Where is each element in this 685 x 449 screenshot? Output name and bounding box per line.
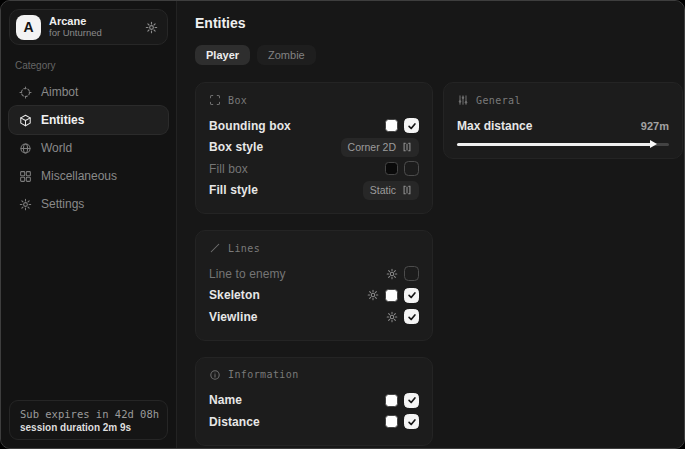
setting-row-line-to-enemy: Line to enemy [209, 263, 419, 285]
setting-label: Distance [209, 415, 260, 429]
sidebar-item-miscellaneous[interactable]: Miscellaneous [9, 162, 168, 190]
setting-label: Bounding box [209, 119, 291, 133]
app-logo: A [16, 15, 41, 40]
sidebar-item-label: Entities [41, 113, 84, 127]
section-title: General [476, 95, 521, 106]
page-title: Entities [195, 15, 683, 31]
checkbox[interactable] [404, 288, 419, 303]
sidebar-item-entities[interactable]: Entities [9, 106, 168, 134]
logo-card: A Arcane for Unturned [9, 9, 168, 45]
color-swatch[interactable] [385, 119, 398, 132]
dropdown-value: Corner 2D [348, 141, 396, 153]
checkbox[interactable] [404, 309, 419, 324]
main-panel: Entities Player Zombie [177, 1, 685, 448]
checkbox[interactable] [404, 414, 419, 429]
color-swatch[interactable] [385, 415, 398, 428]
sidebar-item-world[interactable]: World [9, 134, 168, 162]
grid-icon [19, 170, 32, 183]
tab-zombie[interactable]: Zombie [257, 45, 316, 65]
fill-style-dropdown[interactable]: Static [363, 181, 419, 200]
lines-section-card: Lines Line to enemy [195, 230, 433, 341]
tab-player[interactable]: Player [195, 45, 250, 65]
tab-label: Zombie [268, 49, 305, 61]
crosshair-icon [19, 86, 32, 99]
setting-label: Box style [209, 140, 263, 154]
unfold-icon [402, 142, 412, 152]
box-corners-icon [209, 94, 221, 106]
setting-row-distance: Distance [209, 411, 419, 433]
setting-row-fill-box: Fill box [209, 158, 419, 180]
gear-icon [19, 198, 32, 211]
dropdown-value: Static [370, 184, 396, 196]
app-window: A Arcane for Unturned Category Aimbot [0, 0, 685, 449]
checkbox[interactable] [404, 393, 419, 408]
setting-row-name: Name [209, 390, 419, 412]
app-subtitle: for Unturned [49, 28, 102, 39]
setting-row-bounding-box: Bounding box [209, 115, 419, 137]
setting-label: Line to enemy [209, 267, 286, 281]
sidebar-item-label: Aimbot [41, 85, 78, 99]
unfold-icon [402, 185, 412, 195]
entity-tabs: Player Zombie [195, 45, 683, 65]
diagonal-line-icon [209, 242, 221, 254]
sidebar-item-settings[interactable]: Settings [9, 190, 168, 218]
general-section-card: General Max distance 927m [443, 82, 683, 159]
setting-row-max-distance: Max distance 927m [457, 115, 669, 137]
setting-label: Name [209, 393, 242, 407]
setting-label: Fill box [209, 162, 248, 176]
sliders-icon [457, 94, 469, 106]
subscription-status-card: Sub expires in 42d 08h session duration … [9, 400, 168, 440]
sidebar-item-aimbot[interactable]: Aimbot [9, 78, 168, 106]
sidebar-item-label: World [41, 141, 72, 155]
setting-label: Fill style [209, 183, 258, 197]
section-title: Lines [228, 243, 260, 254]
color-swatch[interactable] [385, 394, 398, 407]
gear-icon[interactable] [386, 268, 398, 280]
globe-icon [19, 142, 32, 155]
info-icon [209, 369, 221, 381]
setting-row-fill-style: Fill style Static [209, 180, 419, 202]
setting-row-box-style: Box style Corner 2D [209, 137, 419, 159]
cube-icon [19, 114, 32, 127]
section-title: Information [228, 369, 299, 380]
setting-label: Skeleton [209, 288, 260, 302]
setting-row-skeleton: Skeleton [209, 285, 419, 307]
setting-label: Max distance [457, 119, 532, 133]
color-swatch[interactable] [385, 162, 398, 175]
session-duration-text: session duration 2m 9s [20, 422, 157, 433]
gear-icon[interactable] [145, 21, 158, 34]
setting-row-viewline: Viewline [209, 306, 419, 328]
sub-expiry-text: Sub expires in 42d 08h [20, 408, 157, 420]
checkbox[interactable] [404, 161, 419, 176]
checkbox[interactable] [404, 266, 419, 281]
app-name: Arcane [49, 15, 102, 28]
checkbox[interactable] [404, 118, 419, 133]
box-section-card: Box Bounding box Box style [195, 82, 433, 214]
sidebar-item-label: Miscellaneous [41, 169, 117, 183]
slider-value: 927m [641, 120, 669, 132]
sidebar: A Arcane for Unturned Category Aimbot [1, 1, 177, 448]
tab-label: Player [206, 49, 239, 61]
gear-icon[interactable] [367, 289, 379, 301]
color-swatch[interactable] [385, 289, 398, 302]
sidebar-item-label: Settings [41, 197, 84, 211]
information-section-card: Information Name Distance [195, 357, 433, 446]
gear-icon[interactable] [386, 311, 398, 323]
max-distance-slider[interactable] [457, 143, 669, 146]
category-label: Category [15, 60, 168, 71]
slider-thumb[interactable] [650, 140, 657, 148]
section-title: Box [228, 95, 247, 106]
setting-label: Viewline [209, 310, 258, 324]
box-style-dropdown[interactable]: Corner 2D [341, 138, 419, 157]
